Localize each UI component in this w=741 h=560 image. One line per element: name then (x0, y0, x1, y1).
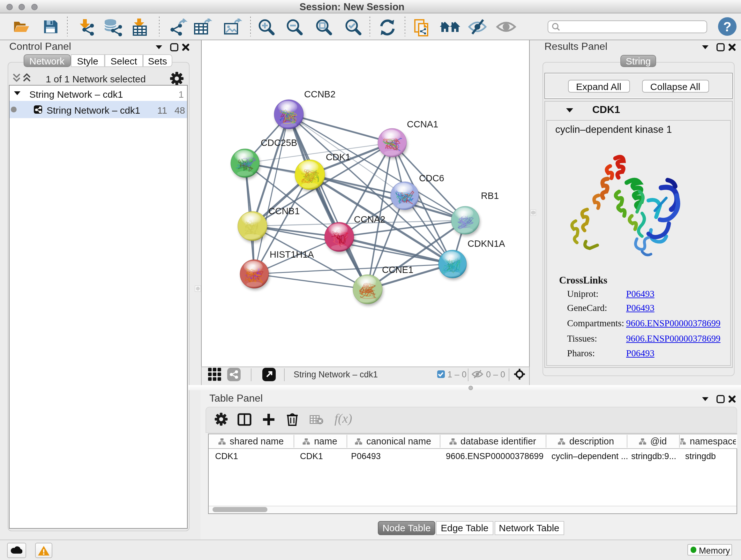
svg-text:CCNE1: CCNE1 (382, 264, 413, 274)
svg-text:CCNB2: CCNB2 (304, 89, 335, 99)
svg-text:CDC25B: CDC25B (260, 137, 297, 147)
svg-text:HIST1H1A: HIST1H1A (269, 249, 314, 259)
svg-text:CDKN1A: CDKN1A (467, 238, 505, 248)
svg-text:CCNA2: CCNA2 (354, 214, 385, 224)
svg-text:CCNA1: CCNA1 (407, 119, 438, 129)
svg-text:CCNB1: CCNB1 (268, 206, 299, 216)
svg-text:CDK1: CDK1 (326, 152, 350, 162)
svg-text:RB1: RB1 (481, 190, 498, 200)
svg-text:CDC6: CDC6 (419, 173, 444, 183)
